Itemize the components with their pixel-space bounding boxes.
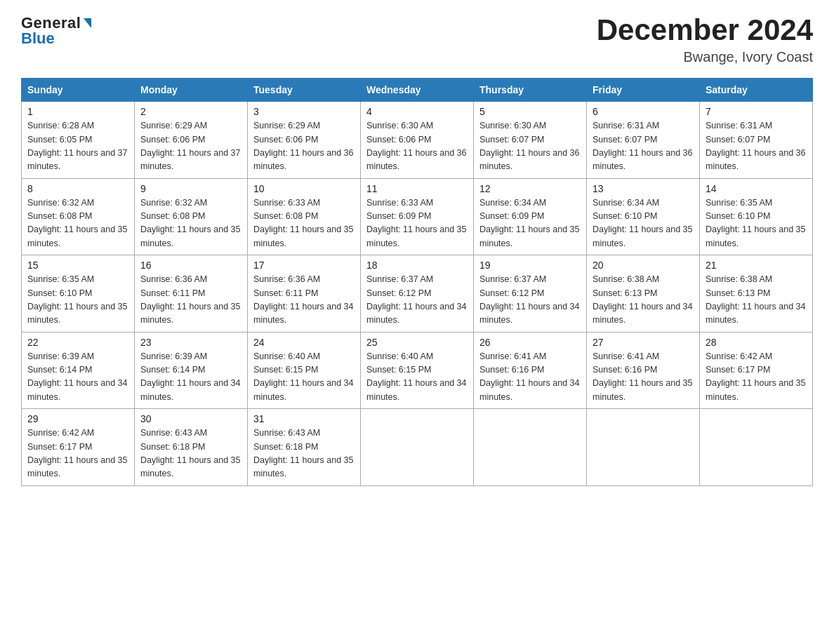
day-info: Sunrise: 6:41 AMSunset: 6:16 PMDaylight:… [593, 350, 694, 405]
day-number: 4 [366, 106, 468, 117]
day-info: Sunrise: 6:28 AMSunset: 6:05 PMDaylight:… [27, 119, 128, 174]
day-info: Sunrise: 6:29 AMSunset: 6:06 PMDaylight:… [140, 119, 241, 174]
day-number: 26 [479, 337, 581, 348]
calendar-week-row: 29Sunrise: 6:42 AMSunset: 6:17 PMDayligh… [22, 409, 813, 486]
calendar-cell [474, 409, 587, 486]
day-info: Sunrise: 6:40 AMSunset: 6:15 PMDaylight:… [253, 350, 355, 405]
day-info: Sunrise: 6:33 AMSunset: 6:09 PMDaylight:… [366, 196, 468, 251]
day-number: 27 [593, 337, 694, 348]
calendar-cell [700, 409, 813, 486]
calendar-cell: 15Sunrise: 6:35 AMSunset: 6:10 PMDayligh… [22, 255, 135, 333]
day-number: 2 [140, 106, 241, 117]
day-info: Sunrise: 6:32 AMSunset: 6:08 PMDaylight:… [140, 196, 241, 251]
day-info: Sunrise: 6:38 AMSunset: 6:13 PMDaylight:… [593, 273, 694, 328]
day-info: Sunrise: 6:29 AMSunset: 6:06 PMDaylight:… [253, 119, 355, 174]
day-number: 24 [253, 337, 355, 348]
day-info: Sunrise: 6:30 AMSunset: 6:06 PMDaylight:… [366, 119, 468, 174]
day-number: 28 [706, 337, 807, 348]
logo-arrow-icon [84, 18, 91, 28]
day-info: Sunrise: 6:37 AMSunset: 6:12 PMDaylight:… [366, 273, 468, 328]
calendar-header-row: SundayMondayTuesdayWednesdayThursdayFrid… [22, 79, 813, 102]
col-header-tuesday: Tuesday [248, 79, 361, 102]
day-info: Sunrise: 6:39 AMSunset: 6:14 PMDaylight:… [140, 350, 241, 405]
day-number: 17 [253, 260, 355, 271]
day-info: Sunrise: 6:41 AMSunset: 6:16 PMDaylight:… [479, 350, 581, 405]
day-number: 9 [140, 183, 241, 194]
calendar-cell: 25Sunrise: 6:40 AMSunset: 6:15 PMDayligh… [361, 332, 474, 409]
calendar-cell: 24Sunrise: 6:40 AMSunset: 6:15 PMDayligh… [248, 332, 361, 409]
day-number: 5 [479, 106, 581, 117]
calendar-cell [587, 409, 700, 486]
day-info: Sunrise: 6:36 AMSunset: 6:11 PMDaylight:… [140, 273, 241, 328]
calendar-table: SundayMondayTuesdayWednesdayThursdayFrid… [21, 78, 813, 486]
calendar-cell: 31Sunrise: 6:43 AMSunset: 6:18 PMDayligh… [248, 409, 361, 486]
day-info: Sunrise: 6:37 AMSunset: 6:12 PMDaylight:… [479, 273, 581, 328]
day-info: Sunrise: 6:39 AMSunset: 6:14 PMDaylight:… [27, 350, 128, 405]
day-number: 30 [140, 413, 241, 424]
calendar-cell: 14Sunrise: 6:35 AMSunset: 6:10 PMDayligh… [700, 178, 813, 255]
day-number: 10 [253, 183, 355, 194]
calendar-cell: 11Sunrise: 6:33 AMSunset: 6:09 PMDayligh… [361, 178, 474, 255]
day-info: Sunrise: 6:35 AMSunset: 6:10 PMDaylight:… [27, 273, 128, 328]
calendar-cell: 1Sunrise: 6:28 AMSunset: 6:05 PMDaylight… [22, 102, 135, 179]
day-number: 20 [593, 260, 694, 271]
day-number: 16 [140, 260, 241, 271]
day-number: 13 [593, 183, 694, 194]
day-number: 15 [27, 260, 128, 271]
day-number: 7 [706, 106, 807, 117]
page-header: General Blue December 2024 Bwange, Ivory… [21, 14, 813, 65]
day-number: 18 [366, 260, 468, 271]
calendar-cell: 9Sunrise: 6:32 AMSunset: 6:08 PMDaylight… [135, 178, 248, 255]
calendar-cell: 26Sunrise: 6:41 AMSunset: 6:16 PMDayligh… [474, 332, 587, 409]
day-number: 1 [27, 106, 128, 117]
day-number: 25 [366, 337, 468, 348]
day-number: 29 [27, 413, 128, 424]
calendar-cell: 27Sunrise: 6:41 AMSunset: 6:16 PMDayligh… [587, 332, 700, 409]
calendar-week-row: 22Sunrise: 6:39 AMSunset: 6:14 PMDayligh… [22, 332, 813, 409]
calendar-cell: 10Sunrise: 6:33 AMSunset: 6:08 PMDayligh… [248, 178, 361, 255]
calendar-cell: 13Sunrise: 6:34 AMSunset: 6:10 PMDayligh… [587, 178, 700, 255]
day-info: Sunrise: 6:33 AMSunset: 6:08 PMDaylight:… [253, 196, 355, 251]
calendar-cell: 23Sunrise: 6:39 AMSunset: 6:14 PMDayligh… [135, 332, 248, 409]
col-header-thursday: Thursday [474, 79, 587, 102]
calendar-cell: 29Sunrise: 6:42 AMSunset: 6:17 PMDayligh… [22, 409, 135, 486]
day-info: Sunrise: 6:42 AMSunset: 6:17 PMDaylight:… [706, 350, 807, 405]
day-number: 23 [140, 337, 241, 348]
calendar-cell: 22Sunrise: 6:39 AMSunset: 6:14 PMDayligh… [22, 332, 135, 409]
calendar-week-row: 15Sunrise: 6:35 AMSunset: 6:10 PMDayligh… [22, 255, 813, 333]
calendar-cell: 5Sunrise: 6:30 AMSunset: 6:07 PMDaylight… [474, 102, 587, 179]
title-block: December 2024 Bwange, Ivory Coast [597, 14, 813, 65]
calendar-cell [361, 409, 474, 486]
day-info: Sunrise: 6:31 AMSunset: 6:07 PMDaylight:… [706, 119, 807, 174]
col-header-wednesday: Wednesday [361, 79, 474, 102]
day-number: 3 [253, 106, 355, 117]
calendar-cell: 30Sunrise: 6:43 AMSunset: 6:18 PMDayligh… [135, 409, 248, 486]
logo: General Blue [21, 14, 91, 48]
day-number: 22 [27, 337, 128, 348]
day-info: Sunrise: 6:31 AMSunset: 6:07 PMDaylight:… [593, 119, 694, 174]
day-number: 12 [479, 183, 581, 194]
calendar-cell: 8Sunrise: 6:32 AMSunset: 6:08 PMDaylight… [22, 178, 135, 255]
col-header-friday: Friday [587, 79, 700, 102]
calendar-cell: 2Sunrise: 6:29 AMSunset: 6:06 PMDaylight… [135, 102, 248, 179]
col-header-sunday: Sunday [22, 79, 135, 102]
calendar-cell: 16Sunrise: 6:36 AMSunset: 6:11 PMDayligh… [135, 255, 248, 333]
calendar-title: December 2024 [597, 14, 813, 46]
calendar-cell: 19Sunrise: 6:37 AMSunset: 6:12 PMDayligh… [474, 255, 587, 333]
day-info: Sunrise: 6:43 AMSunset: 6:18 PMDaylight:… [253, 427, 355, 481]
calendar-week-row: 1Sunrise: 6:28 AMSunset: 6:05 PMDaylight… [22, 102, 813, 179]
logo-blue-text: Blue [21, 29, 55, 48]
day-number: 19 [479, 260, 581, 271]
calendar-cell: 12Sunrise: 6:34 AMSunset: 6:09 PMDayligh… [474, 178, 587, 255]
col-header-monday: Monday [135, 79, 248, 102]
day-info: Sunrise: 6:35 AMSunset: 6:10 PMDaylight:… [706, 196, 807, 251]
day-info: Sunrise: 6:40 AMSunset: 6:15 PMDaylight:… [366, 350, 468, 405]
day-number: 6 [593, 106, 694, 117]
day-info: Sunrise: 6:30 AMSunset: 6:07 PMDaylight:… [479, 119, 581, 174]
day-info: Sunrise: 6:34 AMSunset: 6:09 PMDaylight:… [479, 196, 581, 251]
day-number: 31 [253, 413, 355, 424]
day-number: 11 [366, 183, 468, 194]
day-info: Sunrise: 6:38 AMSunset: 6:13 PMDaylight:… [706, 273, 807, 328]
day-info: Sunrise: 6:36 AMSunset: 6:11 PMDaylight:… [253, 273, 355, 328]
day-info: Sunrise: 6:43 AMSunset: 6:18 PMDaylight:… [140, 427, 241, 481]
